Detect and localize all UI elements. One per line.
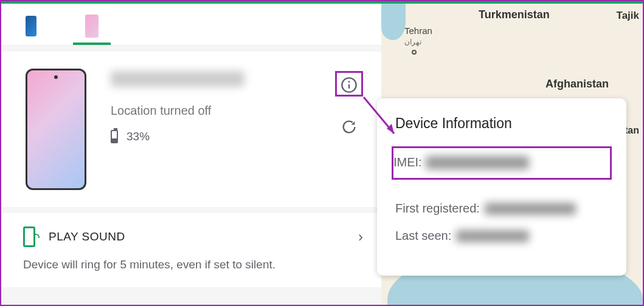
first-registered-row: First registered: bbox=[395, 202, 608, 216]
info-icon bbox=[341, 76, 358, 93]
info-button[interactable] bbox=[335, 71, 363, 97]
popover-title: Device Information bbox=[395, 115, 608, 132]
play-sound-title: PLAY SOUND bbox=[49, 230, 345, 243]
imei-value bbox=[426, 156, 529, 169]
device-panel: Location turned off 33% bbox=[1, 4, 381, 305]
device-information-popover: Device Information IMEI: First registere… bbox=[377, 98, 626, 276]
refresh-button[interactable] bbox=[341, 118, 358, 135]
device-info: Location turned off 33% bbox=[111, 69, 311, 190]
last-seen-label: Last seen: bbox=[395, 229, 451, 243]
device-tab-2[interactable] bbox=[73, 10, 111, 45]
device-tab-1[interactable] bbox=[13, 10, 49, 45]
last-seen-row: Last seen: bbox=[395, 229, 608, 243]
refresh-icon bbox=[341, 118, 358, 135]
phone-icon bbox=[26, 16, 36, 36]
map-label-tehran: Tehran تهران bbox=[404, 25, 432, 46]
device-tabs bbox=[1, 4, 381, 46]
first-registered-value bbox=[485, 203, 576, 215]
device-image bbox=[26, 69, 86, 190]
location-status: Location turned off bbox=[111, 104, 211, 118]
last-seen-value bbox=[456, 230, 529, 242]
map-label-turkmenistan: Turkmenistan bbox=[479, 8, 550, 21]
chevron-right-icon: › bbox=[358, 228, 363, 245]
play-sound-card: PLAY SOUND › Device will ring for 5 minu… bbox=[1, 213, 381, 287]
play-sound-icon bbox=[23, 226, 35, 247]
imei-label: IMEI: bbox=[393, 155, 422, 169]
svg-point-2 bbox=[348, 81, 350, 83]
play-sound-button[interactable]: PLAY SOUND › bbox=[23, 226, 363, 247]
battery-percent: 33% bbox=[126, 130, 150, 143]
first-registered-label: First registered: bbox=[395, 202, 480, 216]
device-card: Location turned off 33% bbox=[1, 52, 381, 207]
device-name bbox=[111, 71, 244, 87]
battery-icon bbox=[111, 130, 118, 143]
phone-icon bbox=[85, 15, 99, 38]
play-sound-description: Device will ring for 5 minutes, even if … bbox=[23, 258, 363, 271]
map-label-tajikistan: Tajik bbox=[617, 10, 639, 22]
map-city-marker bbox=[412, 50, 417, 55]
map-label-afghanistan: Afghanistan bbox=[545, 78, 609, 90]
imei-row: IMEI: bbox=[392, 146, 612, 180]
